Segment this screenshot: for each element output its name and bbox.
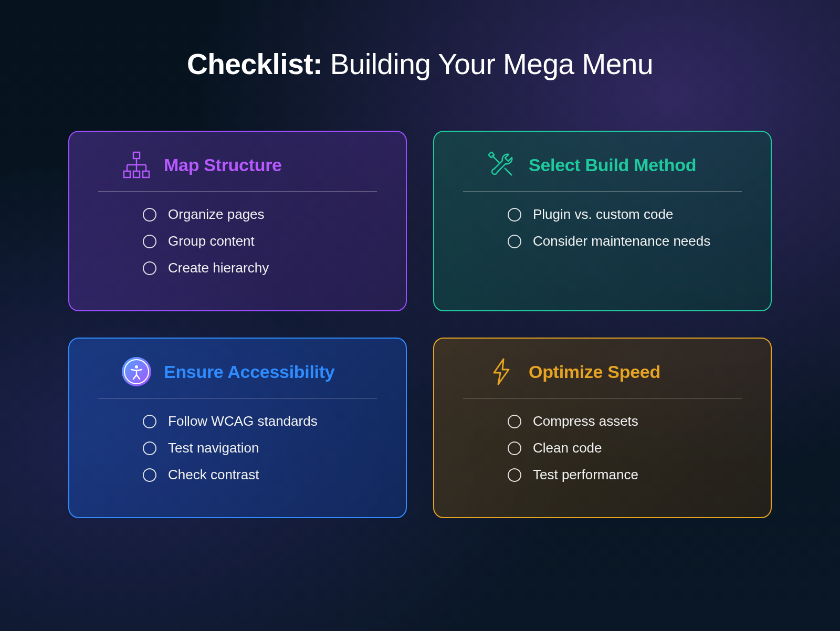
- checklist-item: Group content: [143, 233, 382, 249]
- check-circle-icon: [508, 208, 521, 222]
- title-prefix: Checklist:: [187, 48, 322, 80]
- card-optimize-speed: Optimize Speed Compress assets Clean cod…: [433, 338, 772, 518]
- checklist-item: Compress assets: [508, 413, 747, 429]
- check-circle-icon: [143, 441, 156, 455]
- tools-icon: [487, 150, 516, 180]
- check-circle-icon: [508, 235, 521, 248]
- divider: [463, 191, 742, 192]
- card-title: Map Structure: [164, 155, 282, 175]
- checklist-item: Follow WCAG standards: [143, 413, 382, 429]
- card-map-structure: Map Structure Organize pages Group conte…: [68, 131, 407, 311]
- checklist-item-label: Organize pages: [168, 206, 265, 223]
- svg-rect-3: [143, 171, 149, 177]
- check-circle-icon: [143, 208, 156, 222]
- svg-line-11: [505, 168, 512, 175]
- divider: [463, 398, 742, 398]
- svg-rect-0: [133, 152, 140, 159]
- card-title: Ensure Accessibility: [164, 362, 334, 382]
- checklist-item: Clean code: [508, 440, 747, 456]
- checklist: Organize pages Group content Create hier…: [93, 206, 382, 276]
- checklist-item-label: Compress assets: [533, 413, 638, 429]
- check-circle-icon: [508, 415, 521, 428]
- checklist-item: Test navigation: [143, 440, 382, 456]
- card-header: Optimize Speed: [458, 357, 747, 386]
- checklist-item: Test performance: [508, 467, 747, 483]
- checklist: Compress assets Clean code Test performa…: [458, 413, 747, 483]
- card-title: Optimize Speed: [529, 362, 660, 382]
- svg-point-12: [135, 365, 138, 369]
- check-circle-icon: [508, 441, 521, 455]
- check-circle-icon: [143, 415, 156, 428]
- checklist-item-label: Consider maintenance needs: [533, 233, 710, 249]
- svg-rect-2: [133, 171, 140, 177]
- checklist-item: Plugin vs. custom code: [508, 206, 747, 223]
- slide-container: Checklist: Building Your Mega Menu: [0, 0, 840, 631]
- checklist-item: Consider maintenance needs: [508, 233, 747, 249]
- check-circle-icon: [143, 468, 156, 482]
- checklist-item-label: Check contrast: [168, 467, 259, 483]
- lightning-icon: [487, 357, 516, 386]
- checklist: Follow WCAG standards Test navigation Ch…: [93, 413, 382, 483]
- hierarchy-icon: [122, 150, 151, 180]
- checklist-item-label: Create hierarchy: [168, 260, 269, 276]
- cards-grid: Map Structure Organize pages Group conte…: [68, 131, 772, 518]
- card-title: Select Build Method: [529, 155, 696, 175]
- svg-rect-1: [124, 171, 130, 177]
- checklist-item-label: Follow WCAG standards: [168, 413, 318, 429]
- checklist-item-label: Clean code: [533, 440, 602, 456]
- check-circle-icon: [143, 235, 156, 248]
- checklist-item-label: Test navigation: [168, 440, 259, 456]
- card-header: Ensure Accessibility: [93, 357, 382, 386]
- card-ensure-accessibility: Ensure Accessibility Follow WCAG standar…: [68, 338, 407, 518]
- checklist-item: Create hierarchy: [143, 260, 382, 276]
- checklist-item: Check contrast: [143, 467, 382, 483]
- checklist-item: Organize pages: [143, 206, 382, 223]
- check-circle-icon: [143, 261, 156, 275]
- check-circle-icon: [508, 468, 521, 482]
- divider: [98, 398, 377, 398]
- checklist: Plugin vs. custom code Consider maintena…: [458, 206, 747, 249]
- checklist-item-label: Group content: [168, 233, 255, 249]
- card-select-build-method: Select Build Method Plugin vs. custom co…: [433, 131, 772, 311]
- checklist-item-label: Test performance: [533, 467, 638, 483]
- card-header: Select Build Method: [458, 150, 747, 180]
- page-title: Checklist: Building Your Mega Menu: [68, 47, 772, 81]
- card-header: Map Structure: [93, 150, 382, 180]
- title-suffix: Building Your Mega Menu: [322, 48, 653, 80]
- divider: [98, 191, 377, 192]
- accessibility-icon: [122, 357, 151, 386]
- checklist-item-label: Plugin vs. custom code: [533, 206, 673, 223]
